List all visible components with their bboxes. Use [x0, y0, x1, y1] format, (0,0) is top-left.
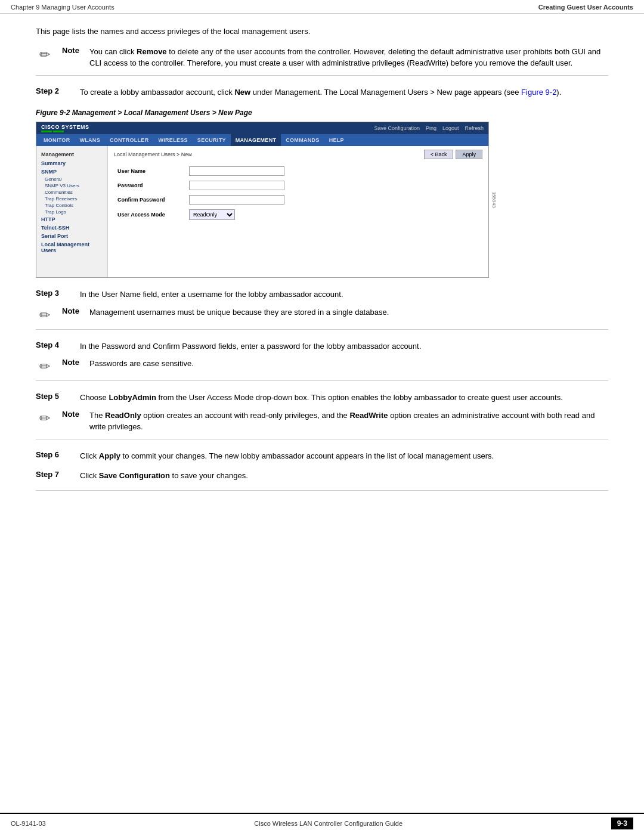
cisco-logo: CISCO SYSTEMS	[41, 124, 89, 130]
note-block-3: ✏ Note Management usernames must be uniq…	[36, 306, 608, 330]
note-block-1: ✏ Note You can click Remove to delete an…	[36, 46, 608, 76]
access-mode-cell: ReadOnly ReadWrite LobbyAdmin	[185, 207, 482, 222]
page-header: Chapter 9 Managing User Accounts Creatin…	[0, 0, 644, 14]
apply-button[interactable]: Apply	[456, 150, 482, 159]
sidebar-serial-port[interactable]: Serial Port	[36, 232, 107, 240]
nav-monitor[interactable]: MONITOR	[39, 134, 75, 146]
note-text-1: You can click Remove to delete any of th…	[89, 46, 608, 69]
confirm-password-input[interactable]	[189, 195, 284, 205]
cisco-topbar: CISCO SYSTEMS Save Configuration Ping Lo…	[36, 122, 488, 134]
cisco-body: Management Summary SNMP General SNMP V3 …	[36, 146, 488, 277]
step-7-content: Click Save Configuration to save your ch…	[80, 470, 248, 482]
note-pencil-icon-4: ✏	[39, 359, 50, 374]
step-4-block: Step 4 In the Password and Confirm Passw…	[36, 340, 608, 352]
password-input[interactable]	[189, 181, 284, 190]
cisco-sidebar: Management Summary SNMP General SNMP V3 …	[36, 146, 108, 277]
back-button[interactable]: < Back	[424, 150, 454, 159]
note-text-4: Passwords are case sensitive.	[89, 358, 194, 370]
sidebar-trap-receivers[interactable]: Trap Receivers	[36, 196, 107, 202]
note-pencil-icon-5: ✏	[39, 411, 50, 426]
intro-text: This page lists the names and access pri…	[36, 26, 608, 38]
password-label: Password	[114, 178, 185, 193]
sidebar-snmp[interactable]: SNMP	[36, 168, 107, 176]
ping-link[interactable]: Ping	[426, 125, 436, 131]
step-3-content: In the User Name field, enter a username…	[80, 289, 343, 301]
confirm-password-row: Confirm Password	[114, 193, 482, 207]
step-3-label: Step 3	[36, 289, 68, 301]
access-mode-label: User Access Mode	[114, 207, 185, 222]
step-4-label: Step 4	[36, 340, 68, 352]
cisco-action-buttons: < Back Apply	[424, 150, 482, 159]
step-5-content: Choose LobbyAdmin from the User Access M…	[80, 392, 563, 404]
figure-caption: Figure 9-2 Management > Local Management…	[36, 109, 608, 117]
footer-doc-title: Cisco Wireless LAN Controller Configurat…	[254, 820, 402, 827]
figure-id: 155943	[491, 192, 497, 208]
note-label-3: Note	[62, 306, 83, 315]
note-text-5: The ReadOnly option creates an account w…	[89, 410, 608, 433]
cisco-navbar: MONITOR WLANs CONTROLLER WIRELESS SECURI…	[36, 134, 488, 146]
footer-doc-number: OL-9141-03	[11, 820, 46, 827]
nav-management[interactable]: MANAGEMENT	[231, 134, 281, 146]
sidebar-summary[interactable]: Summary	[36, 159, 107, 168]
sidebar-local-mgmt-users[interactable]: Local Management Users	[36, 240, 107, 255]
nav-wireless[interactable]: WIRELESS	[153, 134, 192, 146]
sidebar-header: Management	[36, 150, 107, 159]
figure-9-2-container: Figure 9-2 Management > Local Management…	[36, 109, 608, 278]
access-mode-row: User Access Mode ReadOnly ReadWrite Lobb…	[114, 207, 482, 222]
step-2-label: Step 2	[36, 86, 68, 98]
cisco-breadcrumb: Local Management Users > New < Back Appl…	[114, 150, 482, 159]
password-cell	[185, 178, 482, 193]
nav-security[interactable]: SECURITY	[193, 134, 231, 146]
username-input[interactable]	[189, 166, 284, 176]
sidebar-snmp-v3[interactable]: SNMP V3 Users	[36, 182, 107, 189]
note-label-5: Note	[62, 410, 83, 419]
nav-wlans[interactable]: WLANs	[75, 134, 105, 146]
step-6-block: Step 6 Click Apply to commit your change…	[36, 450, 608, 462]
note-block-5: ✏ Note The ReadOnly option creates an ac…	[36, 410, 608, 439]
step-2-block: Step 2 To create a lobby ambassador acco…	[36, 86, 608, 98]
sidebar-http[interactable]: HTTP	[36, 215, 107, 224]
step-5-block: Step 5 Choose LobbyAdmin from the User A…	[36, 392, 608, 404]
note-pencil-icon-3: ✏	[39, 308, 50, 323]
password-row: Password	[114, 178, 482, 193]
step-4-content: In the Password and Confirm Password fie…	[80, 340, 421, 352]
logout-link[interactable]: Logout	[442, 125, 459, 131]
step-3-block: Step 3 In the User Name field, enter a u…	[36, 289, 608, 301]
sidebar-communities[interactable]: Communities	[36, 189, 107, 196]
sidebar-general[interactable]: General	[36, 176, 107, 182]
nav-controller[interactable]: CONTROLLER	[105, 134, 154, 146]
figure-link-9-2[interactable]: Figure 9-2	[521, 88, 556, 97]
confirm-password-cell	[185, 193, 482, 207]
cisco-form-table: User Name Password	[114, 164, 482, 222]
chapter-header: Chapter 9 Managing User Accounts	[11, 4, 114, 11]
access-mode-select[interactable]: ReadOnly ReadWrite LobbyAdmin	[189, 209, 235, 220]
step-7-block: Step 7 Click Save Configuration to save …	[36, 470, 608, 491]
cisco-topbar-links: Save Configuration Ping Logout Refresh	[374, 125, 484, 131]
note-label-4: Note	[62, 358, 83, 367]
cisco-ui-screenshot: CISCO SYSTEMS Save Configuration Ping Lo…	[36, 122, 489, 278]
cisco-form-area: Local Management Users > New < Back Appl…	[108, 146, 488, 277]
page-footer: OL-9141-03 Cisco Wireless LAN Controller…	[0, 813, 644, 833]
note-label-1: Note	[62, 46, 83, 55]
step-6-content: Click Apply to commit your changes. The …	[80, 450, 494, 462]
page-number: 9-3	[611, 817, 633, 829]
step-7-label: Step 7	[36, 470, 68, 482]
nav-help[interactable]: HELP	[324, 134, 349, 146]
username-row: User Name	[114, 164, 482, 178]
username-cell	[185, 164, 482, 178]
sidebar-telnet-ssh[interactable]: Telnet-SSH	[36, 224, 107, 232]
note-text-3: Management usernames must be unique beca…	[89, 306, 389, 318]
section-header: Creating Guest User Accounts	[538, 4, 633, 11]
step-2-content: To create a lobby ambassador account, cl…	[80, 86, 561, 98]
save-config-link[interactable]: Save Configuration	[374, 125, 420, 131]
sidebar-trap-controls[interactable]: Trap Controls	[36, 202, 107, 209]
username-label: User Name	[114, 164, 185, 178]
breadcrumb-text: Local Management Users > New	[114, 151, 192, 157]
sidebar-trap-logs[interactable]: Trap Logs	[36, 209, 107, 215]
nav-commands[interactable]: COMMANDS	[281, 134, 324, 146]
note-pencil-icon: ✏	[39, 47, 50, 63]
refresh-link[interactable]: Refresh	[465, 125, 484, 131]
step-5-label: Step 5	[36, 392, 68, 404]
note-block-4: ✏ Note Passwords are case sensitive.	[36, 358, 608, 381]
step-6-label: Step 6	[36, 450, 68, 462]
